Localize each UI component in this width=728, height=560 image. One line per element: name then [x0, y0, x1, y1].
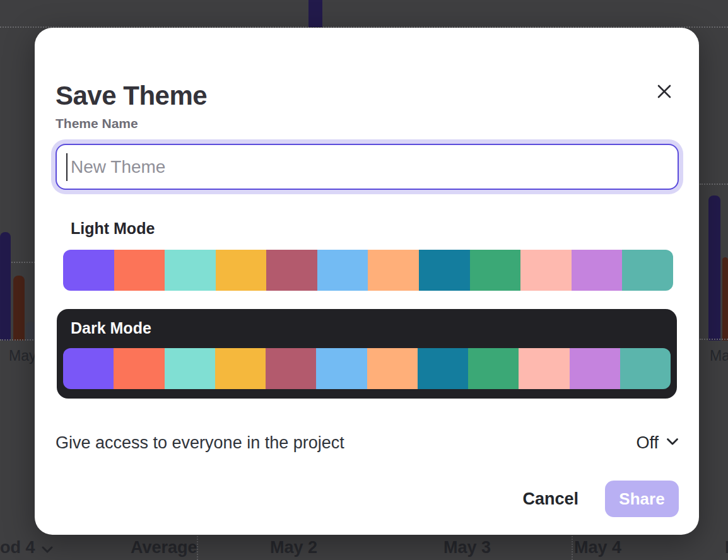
theme-name-label: Theme Name [56, 116, 138, 131]
palette-swatch [316, 348, 367, 389]
backdrop-date-label-clipped: M [725, 538, 728, 557]
backdrop-gridline [11, 262, 35, 263]
backdrop-date-label: May 2 [270, 538, 317, 557]
access-value: Off [636, 433, 659, 453]
access-label: Give access to everyone in the project [56, 433, 344, 453]
palette-swatch [620, 348, 671, 389]
chevron-down-icon [666, 438, 679, 448]
light-mode-palette [63, 250, 673, 291]
backdrop-baseline [0, 339, 36, 341]
backdrop-bar [708, 195, 720, 341]
backdrop-baseline [700, 339, 728, 340]
share-button[interactable]: Share [605, 481, 679, 517]
backdrop-gridline [700, 184, 728, 185]
backdrop-tick-label: May [9, 347, 36, 365]
backdrop-tick-label: Ma [710, 347, 728, 365]
palette-swatch [572, 250, 623, 291]
palette-swatch [418, 348, 468, 389]
dialog-actions: Cancel Share [522, 481, 679, 517]
palette-swatch [368, 250, 419, 291]
palette-swatch [419, 250, 470, 291]
chevron-down-icon [42, 539, 53, 558]
backdrop-bar [722, 257, 728, 341]
palette-swatch [519, 348, 569, 389]
save-theme-dialog: Save Theme Theme Name Light Mode Dark Mo… [35, 28, 699, 535]
palette-swatch [63, 348, 114, 389]
dialog-title: Save Theme [56, 81, 207, 111]
backdrop-date-label: May 3 [443, 538, 491, 557]
palette-swatch [470, 250, 521, 291]
backdrop-divider [197, 534, 198, 560]
access-dropdown[interactable]: Off [636, 433, 679, 453]
dark-mode-card: Dark Mode [57, 309, 677, 399]
backdrop-bar [0, 232, 11, 341]
palette-swatch [468, 348, 519, 389]
palette-swatch [114, 250, 165, 291]
palette-swatch [114, 348, 164, 389]
dark-mode-palette [63, 348, 671, 389]
palette-swatch [216, 250, 267, 291]
palette-swatch [63, 250, 114, 291]
backdrop-period-label: od 4 [0, 538, 35, 557]
palette-swatch [317, 250, 368, 291]
close-button[interactable] [653, 81, 676, 103]
text-caret [66, 153, 68, 181]
light-mode-label: Light Mode [71, 219, 155, 238]
palette-swatch [165, 250, 216, 291]
screen: May Ma od 4 Average May 2 May 3 May 4 M … [0, 0, 728, 560]
palette-swatch [570, 348, 620, 389]
theme-name-input[interactable] [56, 144, 679, 190]
palette-swatch [266, 250, 317, 291]
cancel-button[interactable]: Cancel [522, 489, 578, 509]
close-icon [656, 83, 672, 102]
palette-swatch [367, 348, 418, 389]
backdrop-date-label: May 4 [574, 538, 621, 557]
access-row: Give access to everyone in the project O… [56, 428, 679, 458]
backdrop-divider [572, 534, 573, 560]
palette-swatch [215, 348, 266, 389]
backdrop-period-dropdown[interactable]: od 4 [0, 538, 53, 558]
palette-swatch [266, 348, 316, 389]
palette-swatch [165, 348, 215, 389]
backdrop-bar [13, 276, 25, 341]
palette-swatch [622, 250, 673, 291]
backdrop-average-label: Average [131, 538, 197, 557]
backdrop-bar [308, 0, 322, 27]
dark-mode-label: Dark Mode [71, 319, 151, 337]
palette-swatch [520, 250, 572, 291]
